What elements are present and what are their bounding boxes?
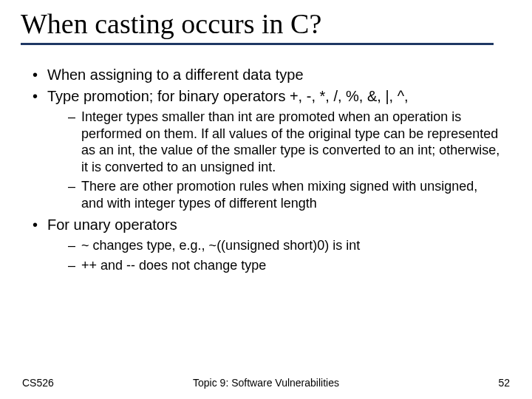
bullet-item: For unary operators ~ changes type, e.g.…: [31, 216, 501, 273]
bullet-list-level2: Integer types smaller than int are promo…: [47, 109, 501, 211]
sub-bullet-text: ~ changes type, e.g., ~((unsigned short)…: [81, 238, 360, 253]
footer: CS526 Topic 9: Software Vulnerabilities …: [0, 377, 532, 389]
bullet-list-level2: ~ changes type, e.g., ~((unsigned short)…: [47, 237, 501, 273]
bullet-list-level1: When assigning to a different data type …: [31, 66, 501, 273]
bullet-text: Type promotion; for binary operators +, …: [47, 88, 409, 104]
sub-bullet-text: ++ and -- does not change type: [81, 258, 266, 273]
sub-bullet-text: Integer types smaller than int are promo…: [81, 109, 499, 174]
bullet-item: Type promotion; for binary operators +, …: [31, 87, 501, 211]
title-block: When casting occurs in C?: [0, 0, 532, 45]
slide-title: When casting occurs in C?: [21, 7, 511, 40]
sub-bullet-item: Integer types smaller than int are promo…: [68, 109, 501, 175]
sub-bullet-text: There are other promotion rules when mix…: [81, 179, 477, 211]
slide: When casting occurs in C? When assigning…: [0, 0, 532, 399]
footer-center: Topic 9: Software Vulnerabilities: [0, 377, 532, 389]
sub-bullet-item: There are other promotion rules when mix…: [68, 178, 501, 211]
slide-body: When assigning to a different data type …: [0, 45, 532, 273]
sub-bullet-item: ++ and -- does not change type: [68, 257, 501, 274]
bullet-text: When assigning to a different data type: [47, 66, 304, 83]
bullet-item: When assigning to a different data type: [31, 66, 501, 84]
sub-bullet-item: ~ changes type, e.g., ~((unsigned short)…: [68, 237, 501, 254]
bullet-text: For unary operators: [47, 216, 177, 233]
